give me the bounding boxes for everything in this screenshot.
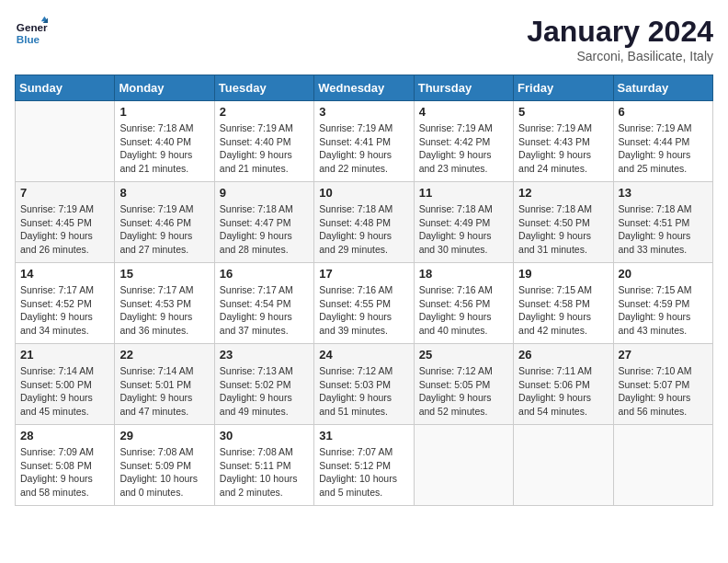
calendar-cell: 16Sunrise: 7:17 AM Sunset: 4:54 PM Dayli…: [214, 263, 313, 344]
day-info: Sunrise: 7:18 AM Sunset: 4:50 PM Dayligh…: [518, 202, 608, 257]
day-info: Sunrise: 7:19 AM Sunset: 4:46 PM Dayligh…: [119, 202, 209, 257]
day-number: 8: [119, 186, 209, 200]
calendar-title: January 2024: [527, 15, 713, 49]
calendar-cell: 19Sunrise: 7:15 AM Sunset: 4:58 PM Dayli…: [514, 263, 613, 344]
calendar-cell: 14Sunrise: 7:17 AM Sunset: 4:52 PM Dayli…: [16, 263, 115, 344]
weekday-header-saturday: Saturday: [613, 75, 712, 101]
calendar-cell: 2Sunrise: 7:19 AM Sunset: 4:40 PM Daylig…: [214, 101, 313, 182]
day-number: 3: [319, 105, 408, 119]
weekday-header-friday: Friday: [514, 75, 613, 101]
day-info: Sunrise: 7:09 AM Sunset: 5:08 PM Dayligh…: [20, 445, 109, 500]
day-number: 4: [419, 105, 508, 119]
day-number: 24: [319, 348, 408, 362]
calendar-cell: 21Sunrise: 7:14 AM Sunset: 5:00 PM Dayli…: [16, 344, 115, 425]
day-number: 11: [419, 186, 508, 200]
day-info: Sunrise: 7:19 AM Sunset: 4:40 PM Dayligh…: [220, 121, 309, 176]
day-info: Sunrise: 7:16 AM Sunset: 4:55 PM Dayligh…: [319, 283, 408, 338]
calendar-table: SundayMondayTuesdayWednesdayThursdayFrid…: [15, 75, 713, 506]
day-info: Sunrise: 7:17 AM Sunset: 4:54 PM Dayligh…: [220, 283, 309, 338]
day-info: Sunrise: 7:19 AM Sunset: 4:44 PM Dayligh…: [619, 121, 708, 176]
calendar-cell: 30Sunrise: 7:08 AM Sunset: 5:11 PM Dayli…: [214, 425, 313, 506]
calendar-cell: 22Sunrise: 7:14 AM Sunset: 5:01 PM Dayli…: [115, 344, 214, 425]
day-number: 7: [20, 186, 109, 200]
day-info: Sunrise: 7:08 AM Sunset: 5:11 PM Dayligh…: [220, 445, 309, 500]
day-number: 15: [119, 267, 209, 281]
day-number: 6: [619, 105, 708, 119]
calendar-cell: [514, 425, 613, 506]
day-info: Sunrise: 7:07 AM Sunset: 5:12 PM Dayligh…: [319, 445, 408, 500]
calendar-cell: 6Sunrise: 7:19 AM Sunset: 4:44 PM Daylig…: [613, 101, 712, 182]
week-row-2: 7Sunrise: 7:19 AM Sunset: 4:45 PM Daylig…: [16, 182, 713, 263]
day-number: 16: [220, 267, 309, 281]
day-number: 25: [419, 348, 508, 362]
calendar-cell: 1Sunrise: 7:18 AM Sunset: 4:40 PM Daylig…: [115, 101, 214, 182]
day-info: Sunrise: 7:19 AM Sunset: 4:41 PM Dayligh…: [319, 121, 408, 176]
weekday-header-tuesday: Tuesday: [214, 75, 313, 101]
day-info: Sunrise: 7:11 AM Sunset: 5:06 PM Dayligh…: [518, 364, 608, 419]
day-info: Sunrise: 7:16 AM Sunset: 4:56 PM Dayligh…: [419, 283, 508, 338]
day-number: 2: [220, 105, 309, 119]
day-info: Sunrise: 7:13 AM Sunset: 5:02 PM Dayligh…: [220, 364, 309, 419]
calendar-cell: 5Sunrise: 7:19 AM Sunset: 4:43 PM Daylig…: [514, 101, 613, 182]
weekday-header-wednesday: Wednesday: [314, 75, 414, 101]
logo: General Blue: [15, 15, 48, 48]
calendar-subtitle: Sarconi, Basilicate, Italy: [527, 49, 713, 63]
weekday-header-thursday: Thursday: [414, 75, 513, 101]
day-number: 14: [20, 267, 109, 281]
calendar-cell: [414, 425, 513, 506]
logo-icon: General Blue: [15, 15, 48, 48]
day-number: 5: [518, 105, 608, 119]
calendar-cell: [16, 101, 115, 182]
day-number: 29: [119, 429, 209, 442]
day-info: Sunrise: 7:18 AM Sunset: 4:48 PM Dayligh…: [319, 202, 408, 257]
day-info: Sunrise: 7:19 AM Sunset: 4:43 PM Dayligh…: [518, 121, 608, 176]
day-number: 19: [518, 267, 608, 281]
weekday-header-row: SundayMondayTuesdayWednesdayThursdayFrid…: [16, 75, 713, 101]
day-number: 12: [518, 186, 608, 200]
day-number: 18: [419, 267, 508, 281]
day-number: 26: [518, 348, 608, 362]
day-info: Sunrise: 7:12 AM Sunset: 5:05 PM Dayligh…: [419, 364, 508, 419]
day-number: 21: [20, 348, 109, 362]
day-info: Sunrise: 7:18 AM Sunset: 4:51 PM Dayligh…: [619, 202, 708, 257]
day-number: 22: [119, 348, 209, 362]
calendar-cell: 9Sunrise: 7:18 AM Sunset: 4:47 PM Daylig…: [214, 182, 313, 263]
week-row-3: 14Sunrise: 7:17 AM Sunset: 4:52 PM Dayli…: [16, 263, 713, 344]
calendar-cell: 10Sunrise: 7:18 AM Sunset: 4:48 PM Dayli…: [314, 182, 414, 263]
day-number: 20: [619, 267, 708, 281]
calendar-cell: 18Sunrise: 7:16 AM Sunset: 4:56 PM Dayli…: [414, 263, 513, 344]
day-info: Sunrise: 7:18 AM Sunset: 4:47 PM Dayligh…: [220, 202, 309, 257]
day-info: Sunrise: 7:18 AM Sunset: 4:49 PM Dayligh…: [419, 202, 508, 257]
day-info: Sunrise: 7:14 AM Sunset: 5:01 PM Dayligh…: [119, 364, 209, 419]
day-number: 17: [319, 267, 408, 281]
day-info: Sunrise: 7:10 AM Sunset: 5:07 PM Dayligh…: [619, 364, 708, 419]
svg-text:Blue: Blue: [17, 33, 40, 45]
day-number: 31: [319, 429, 408, 442]
calendar-cell: 15Sunrise: 7:17 AM Sunset: 4:53 PM Dayli…: [115, 263, 214, 344]
weekday-header-sunday: Sunday: [16, 75, 115, 101]
day-info: Sunrise: 7:17 AM Sunset: 4:53 PM Dayligh…: [119, 283, 209, 338]
calendar-cell: 23Sunrise: 7:13 AM Sunset: 5:02 PM Dayli…: [214, 344, 313, 425]
day-number: 10: [319, 186, 408, 200]
day-info: Sunrise: 7:19 AM Sunset: 4:42 PM Dayligh…: [419, 121, 508, 176]
calendar-cell: 28Sunrise: 7:09 AM Sunset: 5:08 PM Dayli…: [16, 425, 115, 506]
day-info: Sunrise: 7:15 AM Sunset: 4:59 PM Dayligh…: [619, 283, 708, 338]
day-number: 27: [619, 348, 708, 362]
calendar-cell: 12Sunrise: 7:18 AM Sunset: 4:50 PM Dayli…: [514, 182, 613, 263]
calendar-cell: 17Sunrise: 7:16 AM Sunset: 4:55 PM Dayli…: [314, 263, 414, 344]
calendar-cell: 3Sunrise: 7:19 AM Sunset: 4:41 PM Daylig…: [314, 101, 414, 182]
day-info: Sunrise: 7:14 AM Sunset: 5:00 PM Dayligh…: [20, 364, 109, 419]
calendar-cell: 11Sunrise: 7:18 AM Sunset: 4:49 PM Dayli…: [414, 182, 513, 263]
calendar-cell: 24Sunrise: 7:12 AM Sunset: 5:03 PM Dayli…: [314, 344, 414, 425]
day-info: Sunrise: 7:12 AM Sunset: 5:03 PM Dayligh…: [319, 364, 408, 419]
calendar-cell: 7Sunrise: 7:19 AM Sunset: 4:45 PM Daylig…: [16, 182, 115, 263]
day-number: 1: [119, 105, 209, 119]
day-info: Sunrise: 7:15 AM Sunset: 4:58 PM Dayligh…: [518, 283, 608, 338]
calendar-cell: 20Sunrise: 7:15 AM Sunset: 4:59 PM Dayli…: [613, 263, 712, 344]
week-row-1: 1Sunrise: 7:18 AM Sunset: 4:40 PM Daylig…: [16, 101, 713, 182]
week-row-5: 28Sunrise: 7:09 AM Sunset: 5:08 PM Dayli…: [16, 425, 713, 506]
calendar-cell: 4Sunrise: 7:19 AM Sunset: 4:42 PM Daylig…: [414, 101, 513, 182]
calendar-cell: 27Sunrise: 7:10 AM Sunset: 5:07 PM Dayli…: [613, 344, 712, 425]
calendar-cell: [613, 425, 712, 506]
day-info: Sunrise: 7:08 AM Sunset: 5:09 PM Dayligh…: [119, 445, 209, 500]
